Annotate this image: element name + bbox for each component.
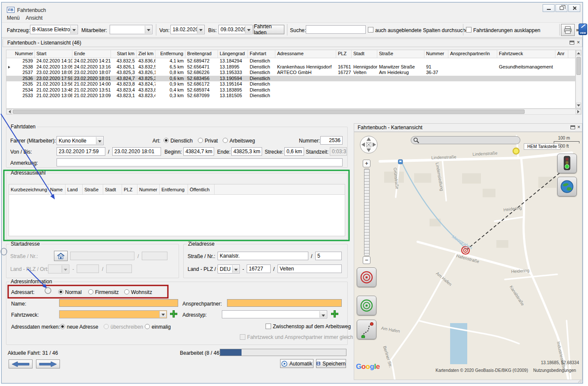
address-column-header-3[interactable]: Straße — [83, 184, 103, 194]
chevron-down-icon[interactable] — [245, 26, 252, 33]
table-row[interactable]: 253521.02.2020 13:5621.02.2020 14:0043.8… — [6, 81, 575, 87]
scroll-left-button[interactable] — [6, 109, 12, 114]
zoom-out-button[interactable]: − — [363, 256, 370, 264]
trip-start-datetime-field[interactable]: 23.02.2020 17:59 — [57, 147, 105, 156]
pin-panel-icon[interactable] — [570, 125, 575, 129]
zoom-slider[interactable] — [364, 169, 370, 256]
column-header-14[interactable]: Ansprechpartner/in — [448, 50, 497, 58]
checkbox-expand-changes[interactable] — [466, 27, 472, 33]
column-header-9[interactable]: Adressname — [275, 50, 336, 58]
load-trips-button[interactable]: Fahrten laden — [254, 25, 284, 34]
address-column-header-4[interactable]: Stadt — [103, 184, 122, 194]
note-field[interactable] — [57, 158, 343, 166]
close-window-button[interactable] — [568, 4, 580, 12]
map-mode-button[interactable] — [557, 177, 577, 196]
chevron-down-icon[interactable] — [232, 265, 239, 273]
address-column-header-2[interactable]: Land — [66, 184, 83, 194]
checkbox-hidden-columns[interactable] — [368, 27, 373, 33]
pin-panel-icon[interactable] — [570, 41, 574, 45]
trip-end-datetime-field[interactable]: 23.02.2020 18:01 — [112, 147, 161, 156]
horizontal-scrollbar[interactable] — [6, 109, 582, 115]
date-from-picker[interactable]: 18.02.2020 — [170, 25, 205, 34]
column-header-5[interactable]: Entfernung — [155, 50, 185, 58]
previous-trip-button[interactable] — [9, 359, 33, 368]
speichern-button[interactable]: Speichern — [316, 359, 346, 368]
column-header-10[interactable]: PLZ — [336, 50, 352, 58]
column-header-13[interactable]: Nummer — [424, 50, 448, 58]
column-header-2[interactable]: Ende — [72, 50, 111, 58]
zoom-in-button[interactable]: + — [363, 160, 370, 167]
trip-number-field[interactable]: 2536 — [320, 136, 343, 145]
address-column-header-1[interactable]: Name — [48, 184, 66, 194]
chevron-down-icon[interactable] — [319, 311, 326, 318]
checkbox-zwischenstop[interactable] — [266, 324, 271, 329]
chevron-down-icon[interactable] — [70, 26, 77, 33]
distance-field[interactable]: 0,6 km — [284, 147, 304, 156]
column-header-1[interactable]: Start — [35, 50, 72, 58]
name-field[interactable] — [59, 299, 178, 307]
column-header-11[interactable]: Stadt — [352, 50, 377, 58]
vertical-scroll-thumb[interactable] — [576, 57, 581, 75]
map-search-input[interactable] — [411, 136, 520, 144]
address-select-table[interactable]: KurzbezeichnungNameLandStraßeStadtPLZNum… — [9, 184, 345, 236]
driver-select[interactable]: Kuno Knolle — [57, 136, 104, 145]
ziel-number-field[interactable]: 5 — [315, 252, 342, 260]
radio-normal[interactable] — [58, 289, 63, 294]
next-trip-button[interactable] — [36, 359, 60, 368]
horizontal-scroll-thumb[interactable] — [13, 110, 525, 114]
column-header-8[interactable]: Fahrtart — [248, 50, 275, 58]
home-address-button[interactable] — [54, 251, 68, 261]
map-pan-control[interactable] — [359, 135, 378, 155]
chevron-down-icon[interactable] — [145, 26, 152, 33]
vertical-scrollbar[interactable] — [576, 50, 582, 109]
close-panel-icon[interactable]: × — [577, 125, 580, 130]
column-header-3[interactable]: Start km — [111, 50, 137, 58]
table-row[interactable]: 253924.02.2020 14:1024.02.2020 14:2143.8… — [6, 58, 575, 64]
column-header-6[interactable]: Breitengrad — [185, 50, 218, 58]
show-destination-button[interactable] — [357, 267, 376, 287]
traffic-button[interactable] — [557, 154, 577, 173]
table-row[interactable]: 253321.02.2020 13:0821.02.2020 13:0943.8… — [6, 93, 575, 99]
table-row[interactable]: 253723.02.2020 18:0523.02.2020 18:0743.8… — [6, 70, 575, 76]
odometer-end-field[interactable]: 43825,3 km — [231, 147, 262, 156]
show-route-button[interactable] — [357, 320, 376, 339]
chevron-down-icon[interactable] — [96, 137, 103, 144]
menu-ansicht[interactable]: Ansicht — [26, 15, 42, 21]
automatik-button[interactable]: Automatik — [280, 359, 313, 368]
radio-neue-adresse[interactable] — [60, 324, 65, 329]
radio-arbeitsweg[interactable] — [223, 138, 228, 143]
vehicle-select[interactable]: B-Klasse Elektro — [30, 25, 78, 34]
chevron-down-icon[interactable] — [197, 26, 204, 33]
radio-dienstlich[interactable] — [164, 138, 169, 143]
column-header-16[interactable]: Anr — [555, 50, 568, 58]
employee-select[interactable] — [110, 25, 152, 34]
print-button[interactable] — [561, 24, 575, 36]
show-start-button[interactable] — [357, 296, 376, 315]
radio-firmensitz[interactable] — [88, 289, 93, 294]
contact-field[interactable] — [227, 299, 342, 307]
odometer-start-field[interactable]: 43824,7 km — [183, 147, 214, 156]
menu-menue[interactable]: Menü — [7, 15, 20, 21]
ziel-country-select[interactable]: DEU — [218, 264, 240, 273]
minimize-button[interactable] — [543, 4, 555, 12]
table-row[interactable]: 253623.02.2020 17:5923.02.2020 18:0143.8… — [6, 76, 575, 82]
scroll-right-button[interactable] — [576, 109, 581, 114]
column-header-0[interactable]: Nummer — [13, 50, 35, 58]
ziel-street-field[interactable]: Kanalstr. — [218, 252, 308, 260]
view-tool-icon[interactable]: VIEW — [579, 24, 587, 35]
radio-einmalig[interactable] — [145, 324, 150, 329]
maximize-button[interactable] — [555, 4, 567, 12]
address-type-select[interactable] — [222, 310, 327, 318]
add-address-type-button[interactable] — [331, 310, 339, 318]
table-row[interactable]: 253421.02.2020 13:4821.02.2020 13:5143.8… — [6, 87, 575, 93]
search-input[interactable] — [306, 25, 366, 34]
ziel-ort-field[interactable]: Velten — [278, 264, 342, 273]
map-terms-link[interactable]: Nutzungsbedingungen — [533, 368, 576, 373]
column-header-7[interactable]: Längengrad — [218, 50, 248, 58]
column-header-4[interactable]: Ziel km — [137, 50, 155, 58]
close-panel-icon[interactable]: × — [577, 40, 580, 45]
scroll-down-button[interactable] — [576, 103, 581, 108]
address-column-header-0[interactable]: Kurzbezeichnung — [9, 184, 48, 194]
date-to-picker[interactable]: 09.03.2020 — [218, 25, 253, 34]
address-column-header-6[interactable]: Nummer — [137, 184, 160, 194]
